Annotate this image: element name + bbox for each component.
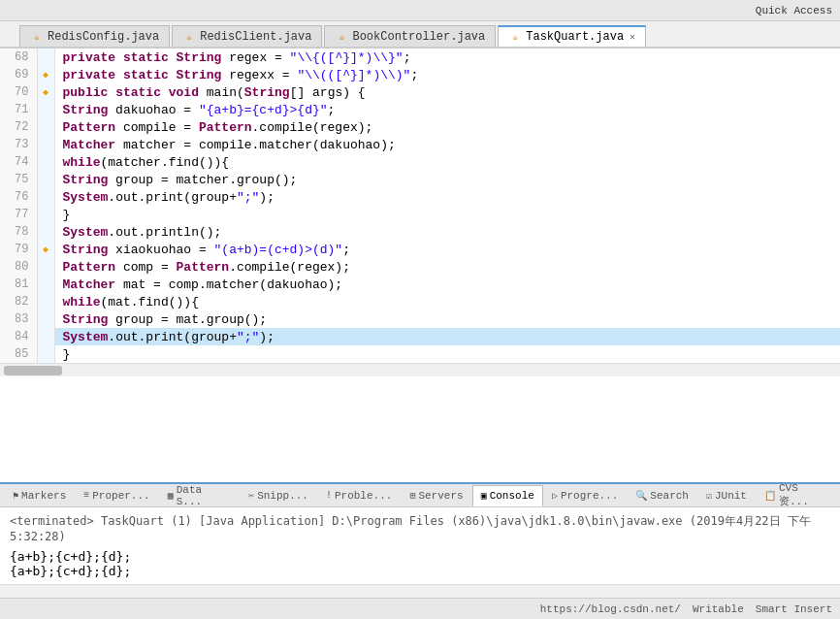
- table-row: 75 String group = matcher.group();: [0, 171, 840, 188]
- table-row: 74 while(matcher.find()){: [0, 153, 840, 171]
- line-code: Pattern compile = Pattern.compile(regex)…: [54, 118, 840, 136]
- bottom-scrollbar[interactable]: [0, 584, 840, 598]
- table-row: 82 while(mat.find()){: [0, 293, 840, 310]
- tab-redis-config[interactable]: ☕ RedisConfig.java: [19, 25, 170, 47]
- code-token: =: [267, 50, 289, 65]
- tab-close-icon[interactable]: ✕: [630, 31, 635, 43]
- code-token: "{a+b}={c+d}>{d}": [199, 103, 328, 117]
- line-code: System.out.println();: [54, 223, 840, 241]
- bottom-tab-markers[interactable]: ⚑Markers: [4, 485, 75, 506]
- line-gutter: [37, 328, 54, 345]
- code-token: }: [63, 347, 71, 362]
- line-gutter: [37, 136, 54, 153]
- status-bar: https://blog.csdn.net/ Writable Smart In…: [0, 598, 840, 619]
- code-token: String: [177, 68, 222, 82]
- code-token: .println();: [139, 225, 222, 240]
- code-token: .compile(regex);: [229, 260, 350, 275]
- code-token: [221, 68, 229, 82]
- code-token: group = mat.group();: [108, 312, 267, 327]
- code-token: );: [259, 190, 275, 205]
- java-icon-task-quart: ☕: [508, 30, 522, 44]
- console-line: {a+b};{c+d};{d};: [10, 564, 830, 578]
- horizontal-scrollbar[interactable]: [0, 363, 840, 376]
- bottom-tab-icon-properties: ≡: [83, 490, 89, 501]
- scrollbar-thumb[interactable]: [4, 366, 62, 375]
- line-code: private static String regex = "\\{([^}]*…: [54, 49, 840, 66]
- code-token: [161, 85, 169, 100]
- code-token: String: [63, 312, 109, 327]
- code-token: while: [63, 155, 101, 170]
- code-token: Pattern: [177, 260, 230, 275]
- console-terminated: <terminated> TaskQuart (1) [Java Applica…: [10, 513, 830, 543]
- code-token: out: [115, 190, 138, 205]
- code-token: "\\(([^}]*)\\)": [297, 68, 410, 82]
- bottom-tab-progress[interactable]: ▷Progre...: [543, 485, 627, 506]
- bottom-tab-problems[interactable]: !Proble...: [317, 485, 401, 506]
- bottom-tab-label-search: Search: [650, 490, 689, 502]
- bottom-tab-icon-console: ▣: [481, 490, 487, 502]
- bottom-tab-icon-servers: ⊞: [409, 490, 415, 502]
- code-token: );: [259, 330, 275, 344]
- quick-access-label: Quick Access: [756, 5, 832, 16]
- code-token: String: [63, 243, 109, 257]
- table-row: 80 Pattern comp = Pattern.compile(regex)…: [0, 258, 840, 276]
- bottom-tab-data-source[interactable]: ▦Data S...: [159, 485, 240, 506]
- code-token: [115, 68, 123, 82]
- table-row: 77 }: [0, 206, 840, 223]
- code-token: [169, 50, 177, 65]
- tab-redis-client[interactable]: ☕ RedisClient.java: [172, 25, 322, 47]
- tab-book-controller[interactable]: ☕ BookController.java: [324, 25, 496, 47]
- bottom-tab-snippets[interactable]: ✂Snipp...: [240, 485, 317, 506]
- line-number: 81: [0, 276, 37, 293]
- line-gutter: [37, 153, 54, 171]
- bottom-tab-label-console: Console: [490, 490, 534, 502]
- line-gutter: ◆: [37, 241, 54, 258]
- line-code: String group = matcher.group();: [54, 171, 840, 188]
- line-gutter: [37, 276, 54, 293]
- line-gutter: [37, 223, 54, 241]
- code-token: (matcher.find()){: [101, 155, 230, 170]
- line-gutter: ◆: [37, 66, 54, 83]
- code-token: =: [275, 68, 297, 82]
- code-token: dakuohao =: [108, 103, 199, 117]
- bottom-tab-search[interactable]: 🔍Search: [627, 485, 697, 506]
- code-token: mat = comp.matcher(dakuohao);: [115, 277, 342, 292]
- bottom-tab-console[interactable]: ▣Console: [472, 485, 543, 506]
- line-code: String xiaokuohao = "(a+b)=(c+d)>(d)";: [54, 241, 840, 258]
- tab-label-redis-config: RedisConfig.java: [48, 30, 159, 44]
- code-token: regex: [229, 50, 267, 65]
- bottom-tab-servers[interactable]: ⊞Servers: [401, 485, 471, 506]
- table-row: 72 Pattern compile = Pattern.compile(reg…: [0, 118, 840, 136]
- code-token: group = matcher.group();: [108, 173, 297, 187]
- status-right: https://blog.csdn.net/ Writable Smart In…: [540, 603, 832, 615]
- line-gutter: [37, 293, 54, 310]
- line-number: 74: [0, 153, 37, 171]
- console-line: {a+b};{c+d};{d};: [10, 549, 830, 564]
- code-token: System: [63, 190, 109, 205]
- editor-area: 68 private static String regex = "\\{([^…: [0, 49, 840, 482]
- console-area: <terminated> TaskQuart (1) [Java Applica…: [0, 507, 840, 584]
- line-number: 85: [0, 345, 37, 363]
- code-token: String: [177, 50, 222, 65]
- status-writable: Writable: [693, 603, 744, 615]
- code-token: out: [115, 330, 138, 344]
- bottom-tab-junit[interactable]: ☑JUnit: [697, 485, 756, 506]
- table-row: 83 String group = mat.group();: [0, 310, 840, 328]
- tab-task-quart[interactable]: ☕ TaskQuart.java ✕: [498, 25, 646, 47]
- code-table: 68 private static String regex = "\\{([^…: [0, 49, 840, 363]
- code-token: ;: [404, 50, 411, 65]
- code-token: Pattern: [63, 260, 116, 275]
- line-number: 69: [0, 66, 37, 83]
- line-number: 68: [0, 49, 37, 66]
- code-token: .: [108, 190, 115, 205]
- bottom-tab-properties[interactable]: ≡Proper...: [75, 485, 158, 506]
- table-row: 79◆ String xiaokuohao = "(a+b)=(c+d)>(d)…: [0, 241, 840, 258]
- code-token: public: [63, 85, 109, 100]
- code-token: "(a+b)=(c+d)>(d)": [214, 243, 343, 257]
- code-container[interactable]: 68 private static String regex = "\\{([^…: [0, 49, 840, 482]
- code-token: xiaokuohao =: [108, 243, 213, 257]
- code-token: Pattern: [199, 120, 252, 135]
- bottom-panel: ⚑Markers≡Proper...▦Data S...✂Snipp...!Pr…: [0, 482, 840, 598]
- bottom-tab-cvs[interactable]: 📋CVS 资...: [756, 485, 840, 506]
- table-row: 76 System.out.print(group+";");: [0, 188, 840, 206]
